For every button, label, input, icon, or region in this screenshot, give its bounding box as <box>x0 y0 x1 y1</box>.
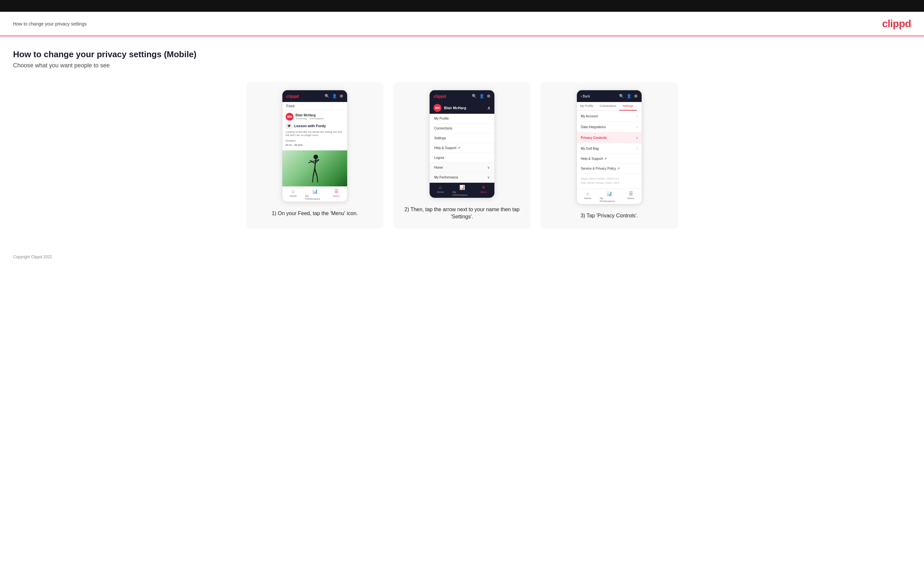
golf-image <box>283 150 347 186</box>
search-icon-2: 🔍 <box>472 94 477 98</box>
search-icon-3: 🔍 <box>619 94 624 98</box>
phone-logo-1: clippd <box>286 94 299 99</box>
menu-section-home[interactable]: Home ∨ <box>430 163 494 172</box>
performance-expand-icon: ∨ <box>487 175 490 179</box>
settings-item-serviceprivacy-label: Service & Privacy Policy ↗ <box>581 167 620 170</box>
menu-item-logout[interactable]: Logout <box>430 153 494 163</box>
settings-item-account[interactable]: My Account › <box>577 111 641 122</box>
phone-icons-3: 🔍 👤 ⚙ <box>619 94 638 98</box>
avatar-2: BM <box>433 104 441 112</box>
performance-icon-2: 📊 <box>459 185 465 190</box>
golfer-silhouette <box>307 154 323 183</box>
nav-home-2: ⌂ Home <box>430 183 451 198</box>
menu-items: My Profile Connections Settings Help & S… <box>430 114 494 182</box>
version-gql: GQL Server Version: 2022.7.30-1 <box>581 181 638 185</box>
feed-post: BM Blair McHarg Yesterday · Sunningdale … <box>283 110 347 150</box>
card-caption-3: 3) Tap 'Privacy Controls'. <box>580 212 638 219</box>
svg-line-7 <box>312 177 313 182</box>
integrations-chevron: › <box>636 124 638 129</box>
footer: Copyright Clippd 2022 <box>0 248 924 266</box>
svg-line-6 <box>315 168 317 177</box>
user-icon-2: 👤 <box>479 94 484 98</box>
feed-user-sub: Yesterday · Sunningdale <box>296 117 324 120</box>
main-content: How to change your privacy settings (Mob… <box>0 36 924 248</box>
tab-settings[interactable]: Settings <box>619 102 637 111</box>
privacy-chevron: › <box>636 135 638 140</box>
nav-menu-3[interactable]: ☰ Menu <box>620 189 641 204</box>
copyright-text: Copyright Clippd 2022 <box>13 255 52 259</box>
menu-username: BM Blair McHarg <box>433 104 466 112</box>
back-button[interactable]: ‹ Back <box>581 95 590 98</box>
menu-section-performance[interactable]: My Performance ∨ <box>430 172 494 182</box>
phone-bottomnav-1: ⌂ Home 📊 My Performance ☰ Menu <box>283 186 347 202</box>
menu-item-help[interactable]: Help & Support ↗ <box>430 143 494 153</box>
home-expand-icon: ∨ <box>487 165 490 170</box>
nav-performance-label-1: My Performance <box>305 195 324 200</box>
collapse-icon[interactable]: ∧ <box>487 105 491 111</box>
home-icon: ⌂ <box>292 189 294 194</box>
settings-item-helpsupp[interactable]: Help & Support ↗ <box>577 154 641 164</box>
phone-topbar-2: clippd 🔍 👤 ⚙ <box>430 90 494 102</box>
menu-item-connections[interactable]: Connections <box>430 124 494 134</box>
menu-section-home-label: Home <box>434 166 443 169</box>
header-breadcrumb: How to change your privacy settings <box>13 21 87 26</box>
phone-mockup-1: clippd 🔍 👤 ⚙ Feed BM Blair McHarg <box>282 90 347 202</box>
page-heading: How to change your privacy settings (Mob… <box>13 49 911 60</box>
menu-item-help-label: Help & Support ↗ <box>434 146 460 150</box>
nav-home-label-1: Home <box>289 195 296 197</box>
phone-logo-2: clippd <box>433 94 446 99</box>
menu-section-performance-label: My Performance <box>434 176 458 179</box>
settings-tabs: My Profile Connections Settings <box>577 102 641 111</box>
settings-item-integrations-label: Data Integrations <box>581 125 606 129</box>
phone-mockup-3: ‹ Back 🔍 👤 ⚙ My Profile Connections Sett… <box>577 90 642 204</box>
menu-user-header: BM Blair McHarg ∧ <box>430 102 494 114</box>
nav-home-label-2: Home <box>437 190 444 193</box>
nav-performance-2: 📊 My Performance <box>451 183 473 198</box>
search-icon: 🔍 <box>325 94 330 98</box>
nav-close-label-2: Menu <box>480 190 487 193</box>
user-icon-3: 👤 <box>627 94 632 98</box>
settings-item-serviceprivacy[interactable]: Service & Privacy Policy ↗ <box>577 164 641 174</box>
card-2: clippd 🔍 👤 ⚙ BM Blair McHarg ∧ <box>393 82 531 229</box>
phone-bottomnav-2: ⌂ Home 📊 My Performance ✕ Menu <box>430 182 494 198</box>
menu-item-connections-label: Connections <box>434 127 452 130</box>
phone-icons-1: 🔍 👤 ⚙ <box>325 94 343 98</box>
tab-connections[interactable]: Connections <box>596 102 619 111</box>
menu-item-settings-label: Settings <box>434 136 446 140</box>
nav-close-2[interactable]: ✕ Menu <box>473 183 494 198</box>
nav-menu-label-3: Menu <box>628 197 634 200</box>
svg-point-0 <box>313 155 318 159</box>
tab-myprofile[interactable]: My Profile <box>577 102 596 111</box>
phone-icons-2: 🔍 👤 ⚙ <box>472 94 491 98</box>
header: How to change your privacy settings clip… <box>0 12 924 36</box>
card-3: ‹ Back 🔍 👤 ⚙ My Profile Connections Sett… <box>541 82 678 229</box>
svg-line-8 <box>317 177 318 182</box>
settings-item-golfbag[interactable]: My Golf Bag › <box>577 143 641 154</box>
svg-line-5 <box>313 168 315 177</box>
lesson-title: Lesson with Fordy <box>294 124 326 128</box>
nav-performance-label-3: My Performance <box>600 197 619 203</box>
settings-item-account-label: My Account <box>581 114 598 118</box>
performance-icon-3: 📊 <box>607 191 612 196</box>
menu-icon-3: ☰ <box>629 191 633 196</box>
settings-back-bar: ‹ Back 🔍 👤 ⚙ <box>577 90 641 102</box>
menu-item-myprofile[interactable]: My Profile <box>430 114 494 124</box>
settings-item-privacy-label: Privacy Controls <box>581 136 607 140</box>
menu-item-settings[interactable]: Settings <box>430 134 494 143</box>
top-bar <box>0 0 924 12</box>
nav-home-1: ⌂ Home <box>283 187 304 202</box>
page-subheading: Choose what you want people to see <box>13 62 911 69</box>
feed-duration: Duration <box>286 139 344 142</box>
nav-performance-3: 📊 My Performance <box>598 189 620 204</box>
settings-item-privacy[interactable]: Privacy Controls › <box>577 132 641 143</box>
feed-lesson-row: 🎓 Lesson with Fordy <box>286 122 344 129</box>
account-chevron: › <box>636 114 638 118</box>
nav-menu-1[interactable]: ☰ Menu <box>326 187 347 202</box>
settings-list: My Account › Data Integrations › Privacy… <box>577 111 641 174</box>
phone-topbar-1: clippd 🔍 👤 ⚙ <box>283 90 347 102</box>
nav-home-label-3: Home <box>584 197 591 200</box>
settings-icon-2: ⚙ <box>487 94 491 98</box>
card-caption-1: 1) On your Feed, tap the 'Menu' icon. <box>271 210 358 217</box>
settings-item-integrations[interactable]: Data Integrations › <box>577 122 641 132</box>
close-icon: ✕ <box>481 185 486 190</box>
